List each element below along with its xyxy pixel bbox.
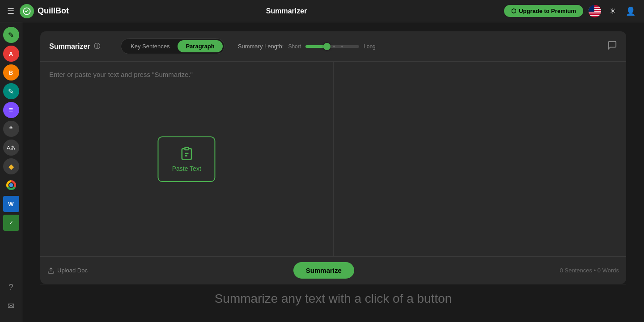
upgrade-btn-label: Upgrade to Premium bbox=[519, 8, 576, 14]
sidebar-item-chrome[interactable] bbox=[3, 177, 19, 193]
sidebar-item-grammar[interactable]: A bbox=[3, 46, 19, 62]
clipboard-icon bbox=[179, 146, 194, 161]
word-count-stats: 0 Sentences • 0 Words bbox=[560, 267, 619, 274]
help-icon[interactable]: ? bbox=[3, 279, 19, 295]
paragraph-mode-button[interactable]: Paragraph bbox=[178, 40, 222, 52]
tool-title-area: Summarizer ⓘ bbox=[49, 42, 112, 51]
upload-doc-button[interactable]: Upload Doc bbox=[47, 267, 88, 274]
long-label: Long bbox=[364, 43, 376, 50]
tool-title-text: Summarizer bbox=[49, 42, 90, 51]
svg-rect-0 bbox=[185, 147, 188, 149]
quillbot-logo-icon bbox=[20, 4, 34, 18]
sidebar-bottom: ? ✉ bbox=[3, 279, 19, 318]
key-sentences-mode-button[interactable]: Key Sentences bbox=[123, 40, 178, 52]
summary-length-control: Summary Length: Short Long bbox=[238, 43, 376, 50]
length-slider-track[interactable] bbox=[305, 45, 359, 48]
summarize-button[interactable]: Summarize bbox=[293, 262, 354, 279]
paste-text-button[interactable]: Paste Text bbox=[158, 136, 216, 182]
sidebar-item-word[interactable]: W bbox=[3, 196, 19, 212]
page-title: Summarizer bbox=[69, 7, 504, 15]
paste-btn-label: Paste Text bbox=[172, 165, 201, 172]
upload-icon bbox=[47, 267, 55, 274]
chrome-icon bbox=[6, 180, 16, 190]
editor-area: Paste Text bbox=[40, 62, 626, 256]
sidebar-item-citation[interactable]: ≡ bbox=[3, 102, 19, 118]
language-flag[interactable] bbox=[589, 5, 601, 17]
user-account-icon[interactable]: 👤 bbox=[624, 5, 637, 17]
output-panel bbox=[334, 62, 627, 256]
main-content: Summarizer ⓘ Key Sentences Paragraph Sum… bbox=[22, 22, 644, 322]
logo-area: QuillBot bbox=[20, 4, 69, 18]
mail-icon[interactable]: ✉ bbox=[3, 298, 19, 314]
short-label: Short bbox=[288, 43, 301, 50]
upgrade-button[interactable]: ⬡ Upgrade to Premium bbox=[504, 5, 583, 17]
body-area: ✎ A B ✎ ≡ ❝ Aあ ◆ W ✓ ? ✉ Summarizer ⓘ bbox=[0, 22, 644, 322]
sidebar-item-paraphraser[interactable]: ✎ bbox=[3, 27, 19, 43]
sidebar-item-docs[interactable]: ✓ bbox=[3, 215, 19, 231]
slider-thumb[interactable] bbox=[323, 43, 330, 50]
sidebar-item-translator[interactable]: Aあ bbox=[3, 140, 19, 156]
sidebar-item-plagiarism[interactable]: ❝ bbox=[3, 121, 19, 137]
theme-toggle-icon[interactable]: ☀ bbox=[606, 5, 619, 17]
slider-dot-2 bbox=[341, 46, 343, 47]
chat-icon[interactable] bbox=[607, 40, 617, 52]
info-icon[interactable]: ⓘ bbox=[94, 42, 100, 51]
sidebar-item-summarizer[interactable]: ✎ bbox=[3, 83, 19, 99]
summary-length-label: Summary Length: bbox=[238, 43, 284, 50]
bottom-tagline: Summarize any text with a click of a but… bbox=[40, 284, 626, 313]
tagline-text: Summarize any text with a click of a but… bbox=[215, 292, 452, 305]
sidebar-item-premium[interactable]: ◆ bbox=[3, 158, 19, 174]
tool-header: Summarizer ⓘ Key Sentences Paragraph Sum… bbox=[40, 31, 626, 62]
logo-text: QuillBot bbox=[38, 6, 69, 16]
mode-toggle: Key Sentences Paragraph bbox=[121, 38, 225, 54]
input-panel: Paste Text bbox=[40, 62, 334, 256]
premium-icon: ⬡ bbox=[511, 8, 516, 14]
tool-card: Summarizer ⓘ Key Sentences Paragraph Sum… bbox=[40, 31, 626, 284]
top-nav: ☰ QuillBot Summarizer ⬡ Upgrade to Premi… bbox=[0, 0, 644, 22]
footer-center: Summarize bbox=[88, 262, 560, 279]
editor-footer: Upload Doc Summarize 0 Sentences • 0 Wor… bbox=[40, 256, 626, 284]
sidebar: ✎ A B ✎ ≡ ❝ Aあ ◆ W ✓ ? ✉ bbox=[0, 22, 22, 322]
sidebar-item-cowriter[interactable]: B bbox=[3, 64, 19, 80]
paste-btn-wrapper: Paste Text bbox=[158, 136, 216, 182]
upload-btn-label: Upload Doc bbox=[57, 267, 88, 274]
menu-icon[interactable]: ☰ bbox=[7, 6, 14, 16]
slider-dot-1 bbox=[333, 46, 335, 47]
nav-right: ⬡ Upgrade to Premium ☀ 👤 bbox=[504, 5, 637, 17]
